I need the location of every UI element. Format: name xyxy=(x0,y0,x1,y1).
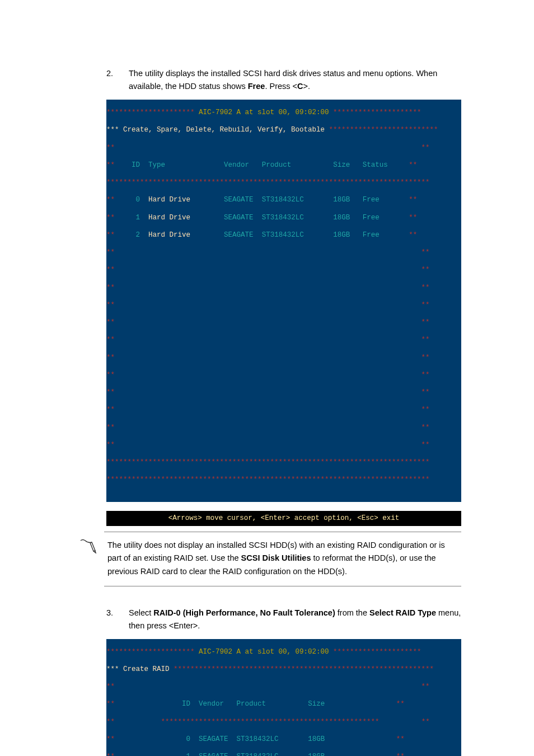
b: ** xyxy=(396,700,405,708)
h: Product xyxy=(262,161,292,169)
b: ** xyxy=(106,683,115,691)
c: SEAGATE xyxy=(199,753,228,756)
title: AIC-7902 A at slot 00, 09:02:00 xyxy=(199,109,329,116)
b: ** xyxy=(421,301,430,309)
b: ** xyxy=(106,735,115,743)
h: Product xyxy=(237,700,266,708)
b: ** xyxy=(106,354,115,361)
c: ST318432LC xyxy=(262,231,304,239)
sep: ****************************************… xyxy=(161,718,380,726)
stars: ********************* xyxy=(329,648,421,656)
c: SEAGATE xyxy=(199,735,228,743)
b: ** xyxy=(106,753,115,756)
b: ** xyxy=(106,214,115,222)
txt-bold: C xyxy=(297,82,303,91)
h: Vendor xyxy=(199,700,224,708)
txt: >. xyxy=(303,82,311,91)
b: ** xyxy=(396,753,405,756)
step-number: 3. xyxy=(106,607,129,632)
b: ** xyxy=(106,336,115,344)
stars: ********************* xyxy=(106,648,199,656)
txt-bold: RAID-0 (High Performance, No Fault Toler… xyxy=(153,608,335,617)
c: Hard Drive xyxy=(148,196,190,204)
b: ** xyxy=(106,248,115,256)
b: ** xyxy=(106,301,115,309)
b: ** xyxy=(106,231,115,239)
b: ** xyxy=(106,424,115,431)
c: 0 xyxy=(186,735,191,743)
c: SEAGATE xyxy=(224,196,254,204)
c: ST318432LC xyxy=(237,735,279,743)
txt-bold: SCSI Disk Utilities xyxy=(241,553,311,562)
b: ** xyxy=(421,354,430,361)
h: ID xyxy=(182,700,190,708)
stars: ********************* xyxy=(329,109,421,116)
step-text: Select RAID-0 (High Performance, No Faul… xyxy=(129,607,461,632)
c: 18GB xyxy=(308,735,325,743)
c: 2 xyxy=(136,231,140,239)
c: ST318432LC xyxy=(262,214,304,222)
b: ** xyxy=(421,441,430,449)
b: ** xyxy=(396,735,405,743)
b: ** xyxy=(106,161,115,169)
c: 0 xyxy=(136,196,140,204)
note-1: The utility does not display an installe… xyxy=(73,532,461,586)
terminal-screenshot-2: ********************* AIC-7902 A at slot… xyxy=(106,639,461,756)
title: AIC-7902 A at slot 00, 09:02:00 xyxy=(199,648,329,656)
b: ** xyxy=(409,196,417,204)
c: Free xyxy=(363,231,380,239)
b: ** xyxy=(106,388,115,396)
b: ** xyxy=(421,284,430,292)
b: ** xyxy=(106,718,115,726)
b: ** xyxy=(106,441,115,449)
b: ** xyxy=(421,248,430,256)
txt: from the xyxy=(335,608,369,617)
b: ** xyxy=(409,161,417,169)
b: ** xyxy=(106,196,115,204)
c: 18GB xyxy=(333,196,350,204)
c: 18GB xyxy=(333,231,350,239)
b: ** xyxy=(106,266,115,274)
c: 18GB xyxy=(308,753,325,756)
h: Size xyxy=(308,700,325,708)
step-3: 3. Select RAID-0 (High Performance, No F… xyxy=(106,607,461,632)
b: ** xyxy=(409,214,417,222)
h: Status xyxy=(363,161,388,169)
b: ** xyxy=(421,718,430,726)
b: ** xyxy=(421,683,430,691)
menu: *** Create, Spare, Delete, Rebuild, Veri… xyxy=(106,126,325,134)
h: Type xyxy=(148,161,165,169)
stars: ********************* xyxy=(106,109,199,116)
stars: ************************** xyxy=(325,126,438,134)
c: ST318432LC xyxy=(237,753,279,756)
step-number: 2. xyxy=(106,67,129,93)
sep: ****************************************… xyxy=(115,179,421,186)
h: Size xyxy=(333,161,350,169)
pencil-icon xyxy=(73,532,104,586)
txt: Select xyxy=(129,608,153,617)
b: ** xyxy=(421,424,430,431)
b: ** xyxy=(421,144,430,152)
b: ** xyxy=(421,406,430,414)
b: ** xyxy=(421,336,430,344)
h: ID xyxy=(132,161,140,169)
b: ** xyxy=(421,266,430,274)
c: Free xyxy=(363,214,380,222)
b: ** xyxy=(106,406,115,414)
c: SEAGATE xyxy=(224,231,254,239)
step-text: The utility displays the installed SCSI … xyxy=(129,67,461,93)
b: ** xyxy=(421,318,430,326)
step-2: 2. The utility displays the installed SC… xyxy=(106,67,461,93)
c: Hard Drive xyxy=(148,231,190,239)
txt-bold: Select RAID Type xyxy=(369,608,436,617)
c: Hard Drive xyxy=(148,214,190,222)
txt-bold: Free xyxy=(248,82,265,91)
terminal-1-footer: <Arrows> move cursor, <Enter> accept opt… xyxy=(106,511,461,526)
b: ** xyxy=(106,179,115,186)
c: 1 xyxy=(136,214,140,222)
h: Vendor xyxy=(224,161,249,169)
b: ** xyxy=(106,371,115,379)
stars: ****************************************… xyxy=(170,665,434,673)
b: ** xyxy=(106,284,115,292)
b: ** xyxy=(421,179,430,186)
